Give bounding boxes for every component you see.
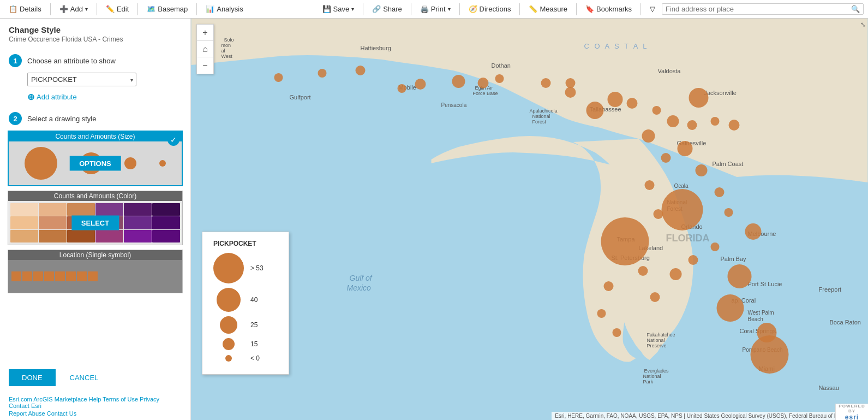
options-button[interactable]: OPTIONS [69, 156, 121, 171]
loc-sq [33, 271, 43, 281]
color-cell [39, 216, 67, 229]
contact-esri-link[interactable]: Contact Esri [9, 403, 41, 409]
legend-row-4: 15 [213, 338, 278, 350]
directions-icon: 🧭 [469, 5, 477, 13]
esri-logo: POWERED BY esri [835, 404, 868, 420]
separator3 [137, 3, 138, 15]
color-cell [124, 216, 152, 229]
details-button[interactable]: 📋 Details [4, 3, 46, 15]
style-card-location[interactable]: Location (Single symbol) [8, 250, 183, 293]
svg-text:al: al [222, 48, 225, 54]
svg-text:Park: Park [643, 379, 654, 384]
map-area[interactable]: Gulf of Mexico Dothan Mobile Pensacola G… [191, 19, 868, 420]
step2-row: 2 Select a drawing style [0, 107, 190, 128]
cancel-button[interactable]: CANCEL [61, 369, 107, 386]
search-box[interactable]: 🔍 [662, 3, 864, 15]
basemap-label: Basemap [158, 5, 188, 13]
legend-row-3: 25 [213, 316, 278, 334]
done-button[interactable]: DONE [9, 369, 56, 386]
svg-text:National: National [647, 338, 665, 343]
svg-text:Palm Bay: Palm Bay [721, 256, 747, 262]
style-card-color[interactable]: Counts and Amounts (Color) [8, 191, 183, 245]
save-button[interactable]: 💾 Save ▾ [318, 3, 359, 15]
bookmarks-button[interactable]: 🔖 Bookmarks [581, 3, 636, 15]
svg-text:Freeport: Freeport [819, 286, 842, 293]
dp29 [566, 78, 576, 88]
data-point-orlando [662, 189, 703, 230]
contact-us-link[interactable]: Contact Us [47, 410, 76, 417]
circle-large [25, 147, 57, 180]
select-button[interactable]: SELECT [71, 216, 119, 230]
svg-text:Everglades: Everglades [644, 368, 669, 374]
dp13 [729, 120, 740, 131]
zoom-out-button[interactable]: − [197, 57, 213, 74]
directions-label: Directions [480, 5, 511, 13]
zoom-in-button[interactable]: + [197, 25, 213, 41]
dp20 [654, 209, 663, 219]
plus-icon: ⊕ [27, 92, 34, 102]
dp17 [715, 187, 725, 197]
svg-text:Nassau: Nassau [819, 384, 839, 391]
attribute-dropdown[interactable]: PICKPOCKET [27, 73, 136, 86]
filter-button[interactable]: ▽ [645, 3, 660, 15]
terms-link[interactable]: Terms of Use [103, 396, 138, 403]
svg-text:C O A S T A L: C O A S T A L [584, 42, 649, 50]
svg-text:Preserve: Preserve [647, 343, 667, 348]
add-label: Add [70, 5, 83, 13]
svg-text:Ocala: Ocala [674, 183, 689, 189]
report-abuse-link[interactable]: Report Abuse [9, 410, 45, 417]
separator10 [640, 3, 641, 15]
svg-text:Gulf of: Gulf of [350, 274, 373, 282]
color-cell [152, 203, 180, 216]
separator6 [411, 3, 411, 15]
selected-checkmark: ✓ [167, 134, 179, 146]
legend-circle-small [223, 338, 235, 350]
esri-link[interactable]: Esri.com [9, 396, 32, 403]
circle-tiny [159, 160, 166, 167]
loc-sq [44, 271, 54, 281]
legend-row-2: 40 [213, 288, 278, 312]
dp31 [356, 66, 366, 75]
edit-button[interactable]: ✏️ Edit [101, 3, 133, 15]
svg-text:Apalachicola: Apalachicola [530, 108, 558, 114]
dp15 [661, 153, 671, 163]
measure-button[interactable]: 📏 Measure [524, 3, 572, 15]
svg-text:Mexico: Mexico [347, 283, 372, 292]
color-cell [95, 230, 123, 242]
share-button[interactable]: 🔗 Share [368, 3, 406, 15]
analysis-icon: 📊 [206, 5, 214, 13]
home-button[interactable]: ⌂ [197, 41, 213, 57]
footer-links-line1: Esri.com ArcGIS Marketplace Help Terms o… [9, 396, 182, 409]
measure-icon: 📏 [529, 5, 537, 13]
print-label: Print [431, 5, 446, 13]
svg-text:West: West [222, 54, 233, 59]
search-input[interactable] [666, 5, 851, 13]
analysis-button[interactable]: 📊 Analysis [201, 3, 247, 15]
legend-row-5: < 0 [213, 354, 278, 362]
directions-button[interactable]: 🧭 Directions [464, 3, 516, 15]
help-link[interactable]: Help [89, 396, 101, 403]
loc-sq [22, 271, 32, 281]
dp16 [696, 164, 708, 176]
dp25 [650, 292, 660, 302]
svg-text:Pensacola: Pensacola [441, 102, 467, 108]
dp19 [645, 180, 655, 190]
add-button[interactable]: ➕ Add ▾ [55, 3, 92, 15]
panel-subtitle: Crime Occurence Florida USA - Crimes [0, 36, 190, 49]
dp18 [725, 208, 733, 217]
footer-links-line2: Report Abuse Contact Us [9, 410, 182, 417]
data-point-coral [717, 294, 744, 322]
print-button[interactable]: 🖨️ Print ▾ [416, 3, 455, 15]
legend-circle-medium [220, 316, 237, 334]
collapse-handle[interactable]: ◀ [190, 209, 191, 230]
arcgis-marketplace-link[interactable]: ArcGIS Marketplace [33, 396, 87, 403]
style-card-size[interactable]: Counts and Amounts (Size) OPTIONS ✓ [8, 131, 183, 186]
privacy-link[interactable]: Privacy [140, 396, 159, 403]
map-controls: + ⌂ − [196, 24, 214, 74]
color-cell [152, 230, 180, 242]
data-point-jax [689, 88, 709, 108]
expand-icon[interactable]: ⤡ [860, 21, 866, 28]
legend-label-2: 40 [250, 296, 258, 304]
basemap-button[interactable]: 🗺️ Basemap [142, 3, 192, 15]
add-attribute-link[interactable]: ⊕ Add attribute [0, 91, 190, 107]
